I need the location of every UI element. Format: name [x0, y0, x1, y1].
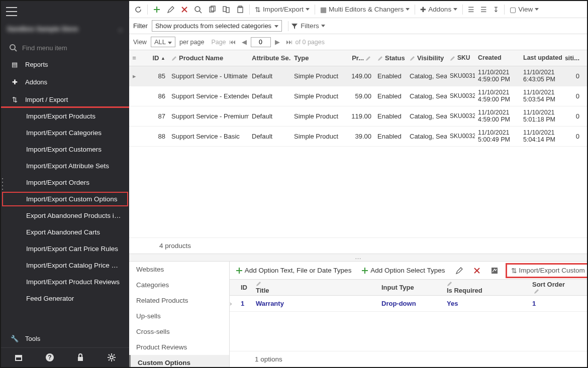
help-icon[interactable]: ?: [45, 353, 54, 362]
store-selector[interactable]: Sandbox Sample Store ⌄: [1, 18, 129, 40]
tab-up-sells[interactable]: Up-sells: [129, 308, 229, 324]
table-row[interactable]: ▸85Support Service - UltimateDefaultSimp…: [129, 66, 587, 86]
pencil-icon: [450, 55, 456, 61]
sub-import-catalog-price-rules[interactable]: Import/Export Catalog Price Rules: [1, 257, 129, 274]
col-option-sort-order[interactable]: Sort Order: [532, 281, 587, 294]
svg-point-20: [195, 7, 200, 12]
col-name[interactable]: Product Name: [168, 54, 249, 62]
sub-import-customers[interactable]: Import/Export Customers: [1, 141, 129, 158]
sub-import-products[interactable]: Import/Export Products: [1, 108, 129, 125]
edit-option-button[interactable]: [452, 265, 466, 277]
view-dropdown[interactable]: ▢View: [507, 4, 542, 16]
add-button[interactable]: [150, 4, 164, 16]
col-sku[interactable]: SKU: [447, 55, 475, 61]
puzzle-icon: ✚: [420, 6, 426, 14]
cell-updated: 11/10/20216:43:05 PM: [520, 69, 565, 83]
outdent-button[interactable]: ☰: [477, 4, 490, 16]
sub-import-custom-options[interactable]: Import/Export Custom Options: [1, 191, 129, 207]
col-option-required[interactable]: Is Required: [447, 281, 532, 294]
panel-splitter[interactable]: …: [129, 254, 587, 262]
col-option-id[interactable]: ID: [241, 284, 256, 291]
sidebar-item-addons[interactable]: ✚ Addons: [1, 73, 129, 91]
tab-related-products[interactable]: Related Products: [129, 293, 229, 308]
resize-handle[interactable]: [1, 177, 4, 191]
sidebar-item-label: Reports: [25, 61, 48, 68]
hamburger-icon[interactable]: [6, 7, 17, 16]
import-export-dropdown[interactable]: ⇅Import/Export: [252, 4, 313, 16]
col-status[interactable]: Status: [374, 54, 407, 62]
col-position[interactable]: Positi...: [565, 54, 582, 62]
col-type[interactable]: Type: [291, 54, 346, 62]
page-input[interactable]: [251, 37, 271, 47]
sub-import-cart-price-rules[interactable]: Import/Export Cart Price Rules: [1, 240, 129, 257]
sidebar-item-reports[interactable]: ▤ Reports: [1, 56, 129, 73]
sub-export-abandoned-products[interactable]: Export Abandoned Products in C...: [1, 207, 129, 224]
paste-button[interactable]: [233, 4, 247, 16]
delete-button[interactable]: [178, 4, 191, 15]
copy-button[interactable]: [205, 4, 219, 16]
col-price[interactable]: Pr...: [346, 54, 374, 62]
cell-attr: Default: [249, 72, 291, 80]
bulk-option-button[interactable]: [487, 265, 502, 277]
col-id[interactable]: ID ▲: [139, 54, 168, 62]
add-option-select-button[interactable]: Add Option Select Types: [358, 265, 448, 276]
lock-icon[interactable]: [76, 353, 85, 362]
col-visibility[interactable]: Visibility: [407, 54, 447, 62]
tab-custom-options[interactable]: Custom Options: [129, 355, 229, 368]
svg-line-13: [114, 359, 115, 360]
sub-import-categories[interactable]: Import/Export Categories: [1, 125, 129, 141]
col-expand[interactable]: ≡: [129, 54, 139, 62]
indent-button[interactable]: ☰: [465, 4, 477, 16]
archive-icon[interactable]: [14, 353, 23, 362]
sort-button[interactable]: ↧: [490, 4, 502, 16]
sidebar-bottom-bar: ?: [1, 347, 129, 367]
svg-line-12: [109, 354, 110, 355]
add-option-text-button[interactable]: Add Option Text, File or Date Types: [233, 265, 354, 276]
clone-button[interactable]: [219, 4, 233, 16]
expand-icon[interactable]: ›: [230, 300, 241, 307]
delete-option-button[interactable]: [470, 265, 483, 276]
filters-dropdown[interactable]: Filters: [299, 20, 328, 32]
col-option-title[interactable]: Title: [256, 281, 381, 294]
last-page-button[interactable]: ⏭: [283, 38, 296, 46]
table-row[interactable]: 87Support Service - PremiumDefaultSimple…: [129, 106, 587, 127]
per-page-select[interactable]: ALL: [151, 37, 175, 47]
sub-import-product-reviews[interactable]: Import/Export Product Reviews: [1, 274, 129, 290]
menu-search[interactable]: [1, 40, 129, 56]
prev-page-button[interactable]: ◀: [239, 38, 250, 46]
cell-position: 0: [565, 92, 582, 100]
next-page-button[interactable]: ▶: [272, 38, 283, 46]
svg-rect-34: [492, 268, 498, 274]
import-export-icon: ⇅: [255, 6, 261, 14]
tab-product-reviews[interactable]: Product Reviews: [129, 339, 229, 355]
tab-cross-sells[interactable]: Cross-sells: [129, 324, 229, 339]
import-export-custom-options-button[interactable]: ⇅Import/Export Custom Options: [508, 265, 589, 277]
option-row[interactable]: › 1 Warranty Drop-down Yes 1: [230, 296, 587, 312]
sub-import-orders[interactable]: Import/Export Orders: [1, 174, 129, 191]
filter-select[interactable]: Show products from selected categories: [152, 20, 282, 32]
col-updated[interactable]: Last updated: [520, 55, 565, 62]
edit-button[interactable]: [164, 4, 178, 16]
search-input[interactable]: [22, 44, 97, 52]
tab-categories[interactable]: Categories: [129, 277, 229, 293]
search-button[interactable]: [191, 4, 205, 16]
sidebar-item-tools[interactable]: 🔧 Tools: [1, 330, 129, 347]
tab-websites[interactable]: Websites: [129, 262, 229, 277]
table-row[interactable]: 86Support Service - ExtendedDefaultSimpl…: [129, 86, 587, 106]
col-attribute-set[interactable]: Attribute Se...: [249, 54, 291, 62]
addons-dropdown[interactable]: ✚Addons: [417, 4, 460, 16]
page-total-label: of 0 pages: [296, 39, 325, 46]
sub-export-abandoned-carts[interactable]: Export Abandoned Carts: [1, 224, 129, 240]
sub-import-attribute-sets[interactable]: Import/Export Attribute Sets: [1, 158, 129, 174]
sub-feed-generator[interactable]: Feed Generator: [1, 290, 129, 307]
table-row[interactable]: 88Support Service - BasicDefaultSimple P…: [129, 127, 587, 147]
sidebar-item-import-export[interactable]: ⇅ Import / Export: [1, 91, 129, 108]
col-created[interactable]: Created: [475, 55, 520, 62]
expand-icon[interactable]: ▸: [129, 72, 139, 80]
cell-sku: SKU00320-1: [447, 93, 475, 99]
col-option-input-type[interactable]: Input Type: [381, 284, 447, 291]
gear-icon[interactable]: [107, 353, 116, 362]
refresh-button[interactable]: [131, 4, 145, 16]
first-page-button[interactable]: ⏮: [226, 38, 239, 46]
multi-editors-dropdown[interactable]: ▦Multi Editors & Changers: [317, 4, 413, 16]
